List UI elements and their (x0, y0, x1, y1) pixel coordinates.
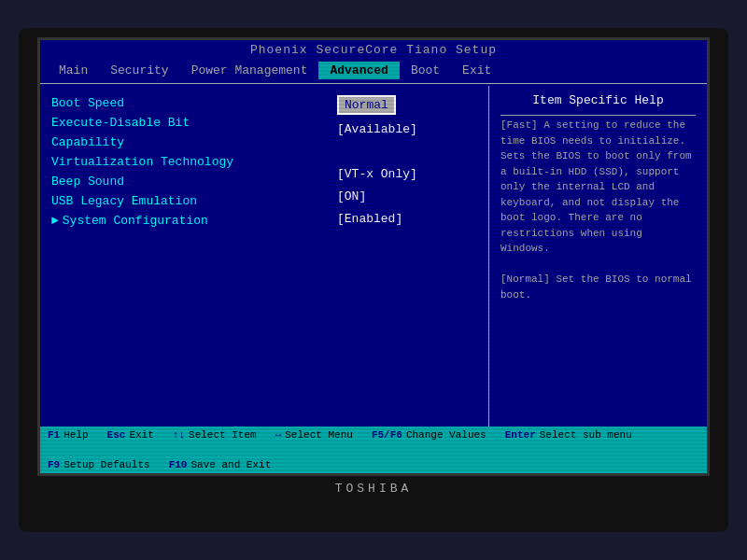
key-enter: Enter Select sub menu (505, 429, 632, 441)
value-on-text: [ON] (337, 189, 366, 204)
help-text: [Fast] A setting to reduce the time BIOS… (500, 118, 696, 302)
menu-power[interactable]: Power Management (180, 62, 319, 79)
key-enter-key: Enter (505, 429, 536, 441)
option-label: Boot Speed (51, 96, 124, 110)
value-enabled[interactable]: [Enabled] (337, 210, 481, 227)
value-spacer (337, 143, 481, 160)
option-system-config[interactable]: ► System Configuration (51, 213, 318, 229)
key-updown: ↑↓ Select Item (173, 429, 257, 441)
option-usb-legacy[interactable]: USB Legacy Emulation (51, 193, 318, 209)
value-enabled-text: [Enabled] (337, 211, 402, 227)
key-f5f6-key: F5/F6 (372, 429, 402, 441)
key-leftright: ↔ Select Menu (275, 429, 353, 441)
option-label: Virtualization Technology (51, 155, 233, 169)
key-f1-desc: Help (63, 429, 88, 441)
menu-exit[interactable]: Exit (451, 62, 502, 79)
help-title: Item Specific Help (500, 93, 696, 107)
key-esc-key: Esc (107, 429, 126, 441)
content-area: Boot Speed Execute-Disable Bit Capabilit… (40, 86, 707, 427)
key-updown-desc: Select Item (189, 429, 257, 441)
help-divider (500, 115, 696, 116)
middle-panel: Normal [Available] [VT-x Only] [ON] [Ena… (330, 86, 488, 427)
key-f10: F10 Save and Exit (169, 459, 272, 470)
bios-screen: Phoenix SecureCore Tiano Setup Main Secu… (37, 37, 710, 476)
menu-main[interactable]: Main (48, 62, 99, 79)
option-boot-speed[interactable]: Boot Speed (51, 95, 318, 111)
key-updown-key: ↑↓ (173, 429, 185, 441)
key-f5f6-desc: Change Values (406, 429, 486, 441)
value-normal[interactable]: Normal (337, 95, 481, 115)
title-text: Phoenix SecureCore Tiano Setup (250, 43, 497, 57)
option-execute-disable[interactable]: Execute-Disable Bit (51, 115, 318, 131)
value-vtx[interactable]: [VT-x Only] (337, 165, 481, 182)
menu-divider (40, 83, 707, 84)
key-f1: F1 Help (48, 429, 89, 441)
key-f9-key: F9 (48, 459, 60, 470)
value-on[interactable]: [ON] (337, 188, 481, 204)
menu-bar: Main Security Power Management Advanced … (40, 60, 707, 81)
value-available: [Available] (337, 120, 481, 137)
value-available-text: [Available] (337, 121, 417, 137)
option-label: USB Legacy Emulation (51, 194, 197, 208)
key-f10-desc: Save and Exit (190, 459, 271, 470)
option-beep-sound[interactable]: Beep Sound (51, 174, 318, 189)
laptop-bezel: Phoenix SecureCore Tiano Setup Main Secu… (19, 28, 728, 532)
left-panel: Boot Speed Execute-Disable Bit Capabilit… (40, 86, 330, 427)
option-capability[interactable]: Capability (51, 134, 318, 150)
key-esc: Esc Exit (107, 429, 154, 441)
menu-boot[interactable]: Boot (400, 62, 451, 79)
bios-title: Phoenix SecureCore Tiano Setup (40, 40, 707, 60)
menu-security[interactable]: Security (99, 62, 179, 79)
key-esc-desc: Exit (129, 429, 153, 441)
arrow-icon: ► (51, 214, 59, 228)
menu-advanced[interactable]: Advanced (318, 62, 399, 79)
key-enter-desc: Select sub menu (540, 429, 632, 441)
key-leftright-key: ↔ (275, 429, 282, 441)
option-label: System Configuration (63, 214, 208, 228)
key-leftright-desc: Select Menu (285, 429, 353, 441)
right-panel: Item Specific Help [Fast] A setting to r… (488, 86, 707, 427)
key-f9-desc: Setup Defaults (63, 459, 149, 470)
key-f5f6: F5/F6 Change Values (372, 429, 486, 441)
bottom-bar: F1 Help Esc Exit ↑↓ Select Item ↔ Select… (40, 427, 707, 473)
option-label: Capability (51, 135, 124, 149)
key-f1-key: F1 (48, 429, 60, 441)
key-f10-key: F10 (169, 459, 188, 470)
option-label: Beep Sound (51, 175, 124, 189)
brand-label: TOSHIBA (335, 482, 413, 496)
key-f9: F9 Setup Defaults (48, 459, 150, 470)
value-box-normal: Normal (337, 95, 396, 115)
option-virtualization[interactable]: Virtualization Technology (51, 154, 318, 170)
value-vtx-text: [VT-x Only] (337, 166, 417, 182)
option-label: Execute-Disable Bit (51, 116, 190, 130)
